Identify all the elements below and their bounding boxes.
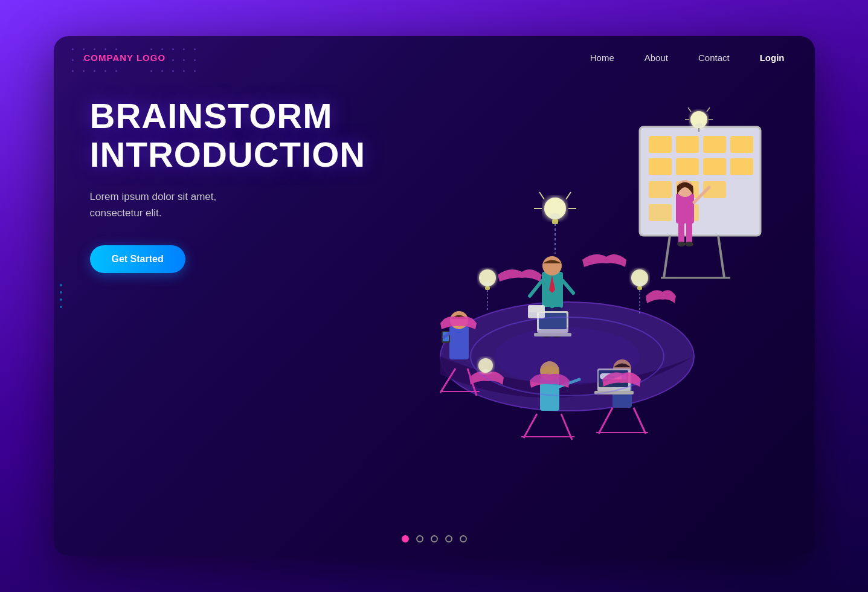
- nav-contact[interactable]: Contact: [698, 53, 730, 63]
- get-started-button[interactable]: Get Started: [90, 245, 185, 273]
- svg-point-74: [550, 213, 561, 219]
- svg-line-76: [539, 192, 544, 199]
- scene-svg: Idea: [380, 91, 785, 538]
- svg-rect-5: [649, 136, 672, 153]
- nav-home[interactable]: Home: [590, 53, 614, 63]
- navigation: Home About Contact Login: [590, 53, 785, 63]
- svg-point-92: [495, 327, 640, 385]
- svg-line-77: [566, 192, 571, 199]
- hero-title-line2: INTRODUCTION: [90, 135, 366, 174]
- svg-point-86: [635, 282, 644, 286]
- svg-rect-47: [529, 306, 544, 312]
- svg-rect-9: [649, 158, 672, 175]
- svg-rect-83: [485, 286, 490, 290]
- svg-rect-13: [649, 181, 672, 198]
- svg-line-2: [664, 236, 670, 278]
- svg-rect-87: [637, 286, 642, 290]
- svg-line-68: [561, 414, 572, 440]
- page-dot-4[interactable]: [460, 535, 467, 542]
- svg-line-71: [634, 408, 646, 434]
- side-dots: [60, 284, 62, 308]
- svg-point-19: [695, 123, 703, 128]
- svg-point-35: [542, 256, 562, 275]
- page-dot-3[interactable]: [445, 535, 452, 542]
- svg-rect-75: [552, 219, 558, 224]
- svg-rect-30: [678, 222, 684, 243]
- svg-line-22: [707, 108, 710, 112]
- svg-rect-8: [730, 136, 753, 153]
- svg-line-70: [599, 408, 612, 434]
- nav-login[interactable]: Login: [760, 53, 785, 63]
- page-dot-2[interactable]: [431, 535, 438, 542]
- svg-point-33: [685, 242, 693, 246]
- svg-rect-16: [649, 204, 672, 221]
- page-dot-0[interactable]: [402, 535, 409, 542]
- outer-background: COMPANY LOGO Home About Contact Login BR…: [0, 0, 868, 592]
- svg-point-82: [483, 282, 492, 286]
- svg-line-67: [524, 414, 537, 438]
- hero-title: BRAINSTORM INTRODUCTION: [90, 97, 380, 174]
- page-dot-1[interactable]: [416, 535, 423, 542]
- hero-subtitle: Lorem ipsum dolor sit amet,consectetur e…: [90, 188, 380, 221]
- svg-line-21: [688, 108, 691, 112]
- svg-rect-7: [703, 136, 726, 153]
- hero-title-line1: BRAINSTORM: [90, 96, 333, 135]
- main-card: COMPANY LOGO Home About Contact Login BR…: [54, 36, 815, 556]
- svg-rect-6: [676, 136, 699, 153]
- svg-line-3: [718, 236, 724, 278]
- svg-point-32: [677, 242, 686, 246]
- nav-about[interactable]: About: [645, 53, 668, 63]
- svg-rect-31: [686, 222, 692, 243]
- svg-point-90: [482, 369, 489, 373]
- svg-rect-10: [676, 158, 699, 175]
- svg-rect-12: [730, 158, 753, 175]
- company-logo: COMPANY LOGO: [84, 53, 166, 63]
- hero-content: BRAINSTORM INTRODUCTION Lorem ipsum dolo…: [90, 97, 380, 273]
- svg-rect-48: [449, 326, 469, 359]
- illustration-area: Idea: [386, 66, 797, 520]
- svg-rect-27: [676, 193, 694, 224]
- svg-line-37: [530, 281, 542, 296]
- svg-line-38: [563, 281, 573, 293]
- pagination: [402, 535, 467, 542]
- svg-rect-11: [703, 158, 726, 175]
